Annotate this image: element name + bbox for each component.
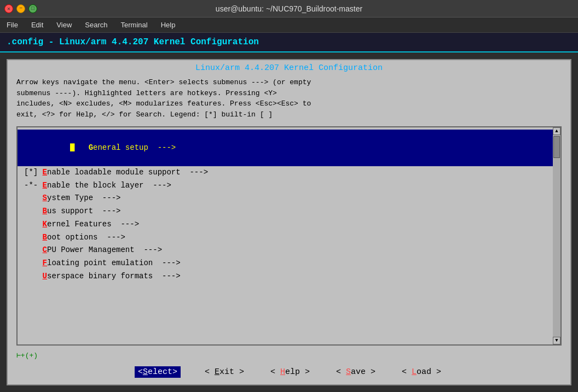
window-controls: ✕ − □ <box>4 4 37 13</box>
menu-search[interactable]: Search <box>83 20 109 30</box>
load-hotkey: L <box>412 367 417 377</box>
terminal-window: ✕ − □ user@ubuntu: ~/NUC970_Buildroot-ma… <box>0 0 578 392</box>
menu-terminal[interactable]: Terminal <box>119 20 150 30</box>
menu-item-block-layer[interactable]: -*- Enable the block layer ---> <box>18 179 560 192</box>
menu-item-bus-support[interactable]: Bus support ---> <box>18 205 560 218</box>
help-line-3: includes, <N> excludes, <M> modularizes … <box>16 98 562 109</box>
tab-bar: .config - Linux/arm 4.4.207 Kernel Confi… <box>0 33 578 52</box>
menu-file[interactable]: File <box>4 20 20 30</box>
menu-edit[interactable]: Edit <box>29 20 45 30</box>
select-button[interactable]: <Select> <box>135 366 181 378</box>
maximize-button[interactable]: □ <box>28 4 37 13</box>
select-hotkey: S <box>143 367 148 377</box>
scrollbar[interactable]: ▲ ▼ <box>553 127 560 344</box>
exit-hotkey: E <box>215 367 219 377</box>
close-button[interactable]: ✕ <box>4 4 13 13</box>
minimize-button[interactable]: − <box>16 4 25 13</box>
menu-item-system-type[interactable]: System Type ---> <box>18 192 560 205</box>
button-bar: <Select> < Exit > < Help > < Save > < Lo… <box>8 361 570 384</box>
terminal-body: Linux/arm 4.4.207 Kernel Configuration A… <box>0 52 578 392</box>
help-line-2: submenus ----). Highlighted letters are … <box>16 88 562 99</box>
config-help-text: Arrow keys navigate the menu. <Enter> se… <box>8 75 570 124</box>
scroll-down-button[interactable]: ▼ <box>553 337 560 344</box>
menu-item-floating-point[interactable]: Floating point emulation ---> <box>18 257 560 270</box>
scroll-thumb[interactable] <box>553 136 560 158</box>
menu-item-boot-options[interactable]: Boot options ---> <box>18 231 560 244</box>
help-hotkey: H <box>280 367 285 377</box>
exit-button[interactable]: < Exit > <box>203 366 246 378</box>
menu-item-userspace-binary[interactable]: Userspace binary formats ---> <box>18 270 560 283</box>
config-title: Linux/arm 4.4.207 Kernel Configuration <box>8 60 570 75</box>
scroll-up-button[interactable]: ▲ <box>553 127 560 135</box>
plus-indicator: ⊢+(+) <box>8 350 570 361</box>
menu-item-loadable-module[interactable]: [*] Enable loadable module support ---> <box>18 166 560 179</box>
title-bar: ✕ − □ user@ubuntu: ~/NUC970_Buildroot-ma… <box>0 0 578 17</box>
help-line-4: exit, <?> for Help, </> for Search. Lege… <box>16 109 562 120</box>
help-button[interactable]: < Help > <box>268 366 312 378</box>
menu-item-kernel-features[interactable]: Kernel Features ---> <box>18 218 560 231</box>
menu-item-cpu-power[interactable]: CPU Power Management ---> <box>18 244 560 257</box>
menu-item-general-setup[interactable]: █ General setup ---> <box>18 130 560 166</box>
save-button[interactable]: < Save > <box>334 366 378 378</box>
window-title: user@ubuntu: ~/NUC970_Buildroot-master <box>37 4 541 13</box>
config-window: Linux/arm 4.4.207 Kernel Configuration A… <box>7 59 571 385</box>
menu-view[interactable]: View <box>54 20 74 30</box>
tab-label: .config - Linux/arm 4.4.207 Kernel Confi… <box>7 37 259 47</box>
menu-bar: File Edit View Search Terminal Help <box>0 17 578 33</box>
load-button[interactable]: < Load > <box>400 366 443 378</box>
save-hotkey: S <box>346 367 351 377</box>
help-line-1: Arrow keys navigate the menu. <Enter> se… <box>16 77 562 88</box>
menu-help[interactable]: Help <box>159 20 178 30</box>
menu-box[interactable]: █ General setup ---> [*] Enable loadable… <box>16 126 562 346</box>
